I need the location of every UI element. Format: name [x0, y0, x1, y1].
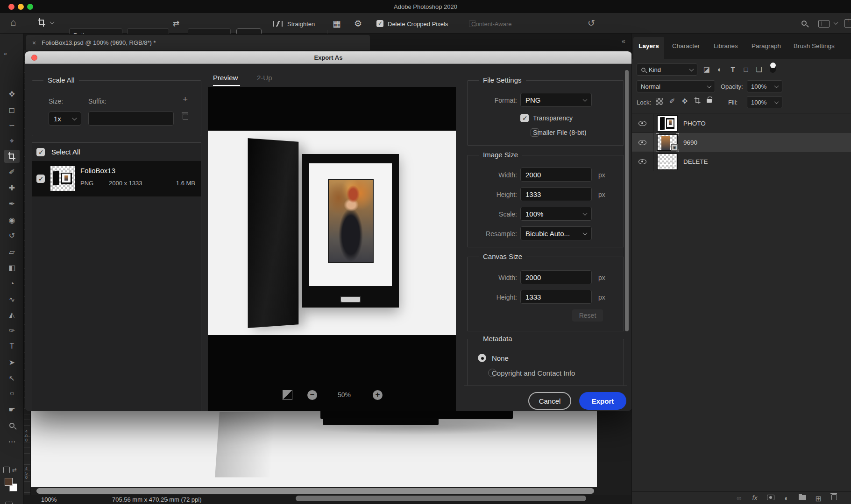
horizontal-scrollbar[interactable]: [36, 488, 594, 494]
direct-selection-tool[interactable]: ↖: [4, 371, 20, 385]
document-tab[interactable]: × FolioBox13.psd @ 100% (9690, RGB/8*) *: [26, 35, 370, 50]
dialog-close-button[interactable]: [31, 55, 37, 61]
filter-adjustment-layers-icon[interactable]: ◐: [715, 65, 724, 73]
resample-select[interactable]: Bicubic Auto...: [520, 226, 592, 240]
lock-position-icon[interactable]: ✥: [680, 97, 689, 105]
panel-collapse-icon[interactable]: «: [622, 37, 625, 45]
share-icon[interactable]: ↑: [844, 19, 851, 28]
document-canvas[interactable]: [31, 411, 597, 487]
zoom-tool[interactable]: [4, 419, 20, 432]
filter-shape-layers-icon[interactable]: □: [741, 65, 751, 73]
transparency-checkbox[interactable]: [520, 114, 529, 122]
crop-tool[interactable]: [4, 150, 20, 163]
add-scale-icon[interactable]: +: [183, 94, 188, 105]
filter-type-layers-icon[interactable]: T: [728, 65, 738, 73]
export-button[interactable]: Export: [579, 392, 626, 410]
workspace-chevron-icon[interactable]: [834, 20, 838, 25]
close-tab-icon[interactable]: ×: [32, 39, 36, 47]
link-layers-icon[interactable]: ∞: [734, 494, 744, 502]
minimize-window-button[interactable]: [18, 4, 24, 10]
lock-paint-icon[interactable]: ✐: [667, 97, 677, 105]
reset-button[interactable]: Reset: [572, 309, 603, 322]
brush-tool[interactable]: ✒: [4, 197, 20, 210]
layer-thumbnail[interactable]: ▣: [657, 134, 678, 151]
new-group-icon[interactable]: [797, 494, 808, 502]
crop-settings-gear-icon[interactable]: ⚙: [354, 18, 362, 29]
workspace-panel-icon[interactable]: [818, 20, 830, 28]
preview-zoom-level[interactable]: 50%: [338, 391, 351, 399]
cancel-button[interactable]: Cancel: [528, 392, 571, 410]
lock-artboard-icon[interactable]: [693, 97, 702, 105]
tab-two-up[interactable]: 2-Up: [257, 74, 272, 82]
lock-all-icon[interactable]: [707, 96, 712, 105]
path-selection-tool[interactable]: ➤: [4, 356, 20, 369]
toolbar-expand-icon[interactable]: »: [4, 50, 7, 57]
image-width-input[interactable]: 2000: [520, 168, 592, 182]
gradient-tool[interactable]: ◧: [4, 261, 20, 274]
layer-effects-icon[interactable]: fx: [750, 494, 760, 502]
delete-layer-icon[interactable]: [829, 494, 839, 502]
more-tools-ellipsis[interactable]: ⋯: [4, 435, 20, 448]
layer-row-9690[interactable]: ▣ 9690: [632, 133, 851, 152]
type-tool[interactable]: T: [4, 340, 20, 353]
filter-pixel-layers-icon[interactable]: ◪: [702, 65, 711, 74]
tab-libraries[interactable]: Libraries: [714, 37, 738, 59]
delete-cropped-pixels-checkbox[interactable]: [376, 20, 383, 27]
dodge-tool[interactable]: ◭: [4, 308, 20, 321]
visibility-toggle[interactable]: [632, 133, 653, 152]
canvas-width-input[interactable]: 2000: [520, 270, 592, 284]
quick-mask-icon[interactable]: [5, 502, 13, 504]
foreground-color-swatch[interactable]: [5, 478, 13, 486]
layer-mask-icon[interactable]: [766, 494, 776, 502]
fill-select[interactable]: 100%: [747, 96, 782, 108]
adjustment-layer-icon[interactable]: ◐: [781, 494, 792, 503]
object-selection-tool[interactable]: ⌖: [4, 134, 20, 147]
hand-tool[interactable]: ☛: [4, 403, 20, 416]
zoom-out-icon[interactable]: −: [307, 390, 317, 400]
layer-thumbnail[interactable]: [657, 154, 678, 170]
rotate-view-icon[interactable]: ⇄: [12, 467, 17, 473]
clone-stamp-tool[interactable]: ◉: [4, 213, 20, 226]
layer-thumbnail[interactable]: [657, 115, 678, 132]
format-select[interactable]: PNG: [520, 93, 592, 107]
marquee-tool[interactable]: ◻: [4, 103, 20, 116]
swap-dimensions-icon[interactable]: ⇄: [173, 19, 179, 28]
select-all-checkbox[interactable]: [36, 148, 45, 156]
home-icon[interactable]: ⌂: [10, 17, 16, 28]
crop-tool-icon[interactable]: [38, 19, 45, 28]
tab-paragraph[interactable]: Paragraph: [752, 37, 781, 59]
eyedropper-tool[interactable]: ✐: [4, 165, 20, 178]
straighten-button[interactable]: Straighten: [287, 21, 315, 28]
tab-brush-settings[interactable]: Brush Settings: [794, 37, 835, 59]
new-layer-icon[interactable]: ⊞: [813, 494, 823, 503]
smudge-tool[interactable]: ∿: [4, 293, 20, 306]
matte-color-icon[interactable]: [283, 390, 292, 400]
file-checkbox[interactable]: [36, 175, 45, 183]
overlay-grid-icon[interactable]: ▦: [333, 18, 341, 29]
layer-row-delete[interactable]: DELETE: [632, 152, 851, 171]
tab-character[interactable]: Character: [672, 37, 700, 59]
zoom-in-icon[interactable]: +: [373, 390, 383, 400]
zoom-level-field[interactable]: 100%: [41, 496, 57, 503]
scale-size-select[interactable]: 1x: [49, 112, 81, 126]
eraser-tool[interactable]: ▱: [4, 245, 20, 258]
canvas-height-input[interactable]: 1333: [520, 290, 592, 304]
blur-tool[interactable]: ◔: [4, 277, 20, 290]
reset-undo-icon[interactable]: ↺: [588, 18, 595, 28]
suffix-input[interactable]: [88, 112, 174, 126]
layer-filter-kind-select[interactable]: Kind: [637, 63, 697, 76]
zoom-window-button[interactable]: [27, 4, 33, 10]
move-tool[interactable]: ✥: [4, 87, 20, 100]
file-list-item[interactable]: FolioBox13 PNG 2000 x 1333 1.6 MB: [32, 161, 201, 196]
image-height-input[interactable]: 1333: [520, 187, 592, 201]
close-window-button[interactable]: [8, 4, 14, 10]
ellipse-tool[interactable]: ○: [4, 387, 20, 400]
history-brush-tool[interactable]: ↺: [4, 229, 20, 242]
blend-mode-select[interactable]: Normal: [637, 80, 715, 92]
straighten-icon[interactable]: [273, 21, 283, 28]
scale-select[interactable]: 100%: [520, 207, 592, 221]
crop-preset-chevron-icon[interactable]: [50, 20, 55, 24]
screen-mode-icon[interactable]: [3, 467, 10, 473]
filter-smart-object-icon[interactable]: ❏: [754, 65, 764, 74]
tab-preview[interactable]: Preview: [213, 74, 238, 82]
